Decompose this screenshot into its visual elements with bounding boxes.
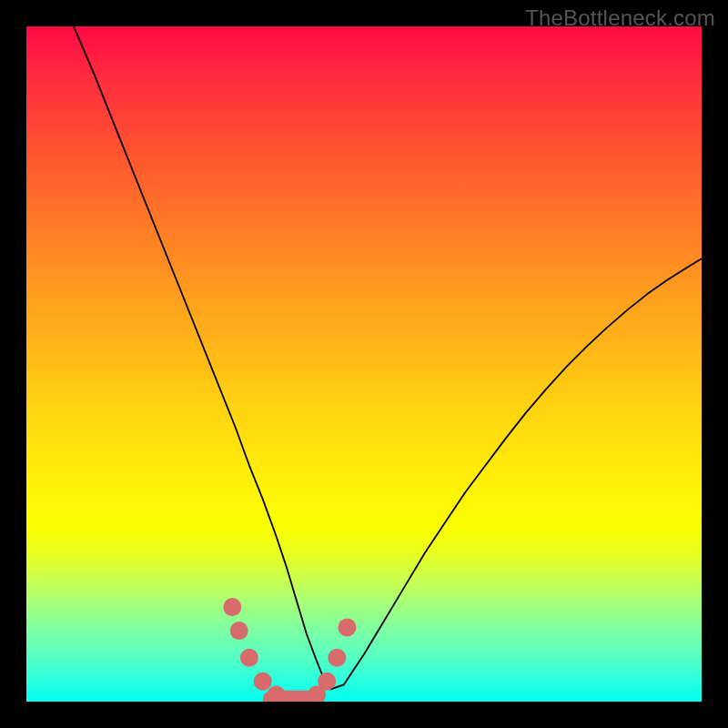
marker-point xyxy=(240,649,258,667)
marker-point xyxy=(230,622,248,640)
marker-point xyxy=(338,618,356,636)
marker-point xyxy=(223,598,241,616)
watermark-text: TheBottleneck.com xyxy=(525,5,715,31)
chart-svg xyxy=(26,26,702,702)
flat-region-bar xyxy=(263,691,317,702)
marker-point xyxy=(328,649,346,667)
highlight-markers xyxy=(223,598,356,702)
marker-point xyxy=(318,672,336,691)
chart-plot-area xyxy=(26,26,702,702)
bottleneck-curve xyxy=(74,26,702,690)
bottom-bar-segment xyxy=(263,691,317,702)
marker-point xyxy=(254,672,272,691)
